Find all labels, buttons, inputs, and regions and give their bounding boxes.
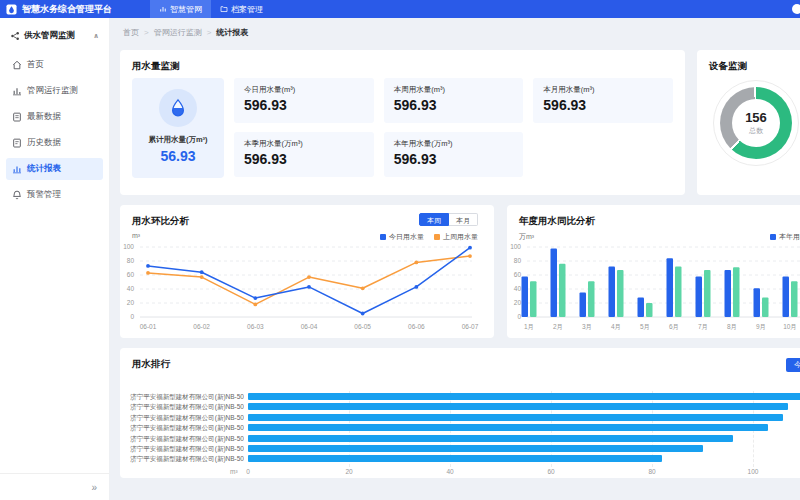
- panel-title: 设备监测: [709, 60, 747, 73]
- breadcrumb-item-1[interactable]: 首页: [123, 27, 139, 38]
- main-content: 首页>管网运行监测>统计报表 用水量监测 累计用水量(万m³) 56.93 今日…: [110, 18, 800, 500]
- sidebar-item-5[interactable]: 统计报表: [6, 158, 103, 180]
- alert-icon: [12, 190, 22, 200]
- ranking-panel: 用水排行 今日 济宁平安福新型建材有限公司(新)NB-50济宁平安福新型建材有限…: [120, 348, 800, 478]
- svg-text:20: 20: [127, 299, 135, 306]
- stat-value: 596.93: [244, 151, 364, 167]
- topnav: 智慧管网档案管理: [150, 0, 272, 18]
- report-icon: [12, 164, 22, 174]
- x-tick-label: 60: [547, 468, 554, 475]
- sidebar-group-header[interactable]: 供水管网监测 ∧: [0, 18, 109, 46]
- svg-text:1月: 1月: [524, 323, 534, 331]
- svg-text:4月: 4月: [611, 323, 621, 331]
- ranking-today-button[interactable]: 今日: [786, 358, 800, 372]
- water-usage-body: 累计用水量(万m³) 56.93 今日用水量(m³)596.93本周用水量(m³…: [132, 78, 673, 178]
- water-drop-icon: [159, 89, 197, 127]
- svg-text:06-05: 06-05: [354, 323, 371, 330]
- donut-center: 156 总数: [713, 80, 799, 166]
- user-avatar[interactable]: [792, 4, 800, 14]
- device-total: 156: [745, 110, 767, 125]
- trend-toggle-2[interactable]: 本月: [449, 213, 478, 226]
- history-data-icon: [12, 138, 22, 148]
- monitor-icon: [12, 86, 22, 96]
- svg-text:20: 20: [514, 299, 522, 306]
- ranking-bar: [248, 414, 783, 421]
- sidebar-item-label: 首页: [27, 59, 44, 71]
- ranking-bar: [248, 393, 800, 400]
- brand: 智慧水务综合管理平台: [0, 3, 142, 16]
- ranking-row-label: 济宁平安福新型建材有限公司(新)NB-50: [120, 393, 244, 401]
- svg-text:100: 100: [123, 243, 134, 250]
- trend-toggle-1[interactable]: 本周: [419, 213, 449, 226]
- total-usage-value: 56.93: [160, 148, 195, 164]
- svg-text:9月: 9月: [756, 323, 766, 331]
- svg-text:10月: 10月: [783, 323, 797, 331]
- sidebar-item-label: 管网运行监测: [27, 85, 78, 97]
- total-usage-label: 累计用水量(万m³): [148, 135, 207, 145]
- chart-icon: [159, 5, 167, 13]
- trend-unit-label: m³: [132, 232, 140, 239]
- sidebar-item-4[interactable]: 历史数据: [6, 132, 103, 154]
- svg-text:06-01: 06-01: [140, 323, 157, 330]
- sidebar-item-label: 历史数据: [27, 137, 61, 149]
- sidebar-item-6[interactable]: 预警管理: [6, 184, 103, 206]
- water-logo-icon: [6, 4, 17, 15]
- device-donut-chart: 156 总数: [713, 80, 799, 166]
- breadcrumb-item-3: 统计报表: [216, 27, 248, 38]
- sidebar-collapse-button[interactable]: »: [0, 473, 109, 500]
- sidebar-item-2[interactable]: 管网运行监测: [6, 80, 103, 102]
- water-drop-icon: [168, 98, 188, 118]
- svg-text:06-06: 06-06: [408, 323, 425, 330]
- svg-text:0: 0: [130, 313, 134, 320]
- x-tick-label: 0: [246, 468, 250, 475]
- svg-text:80: 80: [514, 257, 522, 264]
- sidebar-group-label: 供水管网监测: [24, 30, 75, 42]
- panel-title: 用水环比分析: [132, 215, 189, 228]
- latest-data-icon: [12, 112, 22, 122]
- svg-text:06-02: 06-02: [193, 323, 210, 330]
- stat-label: 本周用水量(m³): [394, 85, 514, 95]
- ranking-row-1: 济宁平安福新型建材有限公司(新)NB-50: [120, 393, 800, 401]
- stat-card-4: 本季用水量(万m³)596.93: [234, 132, 374, 177]
- topnav-item-label: 智慧管网: [170, 4, 202, 15]
- ranking-bar: [248, 455, 662, 462]
- trend-line-chart: 02040608010006-0106-0206-0306-0406-0506-…: [120, 241, 486, 335]
- svg-text:06-07: 06-07: [462, 323, 479, 330]
- trend-panel: 用水环比分析 本周本月 今日用水量上周用水量 m³ 02040608010006…: [120, 205, 494, 338]
- x-tick-label: 40: [446, 468, 453, 475]
- chevron-up-icon[interactable]: ∧: [93, 32, 99, 40]
- stat-value: 596.93: [394, 151, 514, 167]
- device-total-label: 总数: [749, 126, 763, 136]
- topnav-item-2[interactable]: 档案管理: [211, 0, 272, 18]
- stat-label: 今日用水量(m³): [244, 85, 364, 95]
- svg-text:5月: 5月: [640, 323, 650, 331]
- panel-title: 年度用水同比分析: [519, 215, 595, 228]
- breadcrumb-item-2[interactable]: 管网运行监测: [154, 27, 202, 38]
- pipe-network-icon: [10, 31, 20, 41]
- sidebar-item-1[interactable]: 首页: [6, 54, 103, 76]
- breadcrumb-separator: >: [144, 28, 149, 37]
- svg-text:100: 100: [510, 243, 521, 250]
- ranking-row-5: 济宁平安福新型建材有限公司(新)NB-50: [120, 435, 800, 443]
- svg-text:60: 60: [514, 271, 522, 278]
- sidebar-item-3[interactable]: 最新数据: [6, 106, 103, 128]
- ranking-row-4: 济宁平安福新型建材有限公司(新)NB-50: [120, 424, 800, 432]
- legend-swatch: [770, 234, 776, 240]
- ranking-bar: [248, 445, 703, 452]
- stat-card-3: 本月用水量(m³)596.93: [533, 78, 673, 123]
- ranking-row-label: 济宁平安福新型建材有限公司(新)NB-50: [120, 445, 244, 453]
- svg-text:40: 40: [127, 285, 135, 292]
- x-tick-label: 100: [748, 468, 759, 475]
- svg-text:60: 60: [127, 271, 135, 278]
- topnav-item-1[interactable]: 智慧管网: [150, 0, 211, 18]
- svg-text:0: 0: [517, 313, 521, 320]
- year-panel: 年度用水同比分析 本年用水量 万m³ 0204060801001月2月3月4月5…: [507, 205, 800, 338]
- breadcrumb: 首页>管网运行监测>统计报表: [123, 27, 248, 38]
- legend-swatch: [380, 234, 386, 240]
- breadcrumb-separator: >: [207, 28, 212, 37]
- stat-label: 本季用水量(万m³): [244, 139, 364, 149]
- pipe-network-icon: [10, 31, 20, 42]
- collapse-icon: »: [91, 482, 97, 493]
- home-icon: [12, 60, 22, 70]
- topnav-item-label: 档案管理: [231, 4, 263, 15]
